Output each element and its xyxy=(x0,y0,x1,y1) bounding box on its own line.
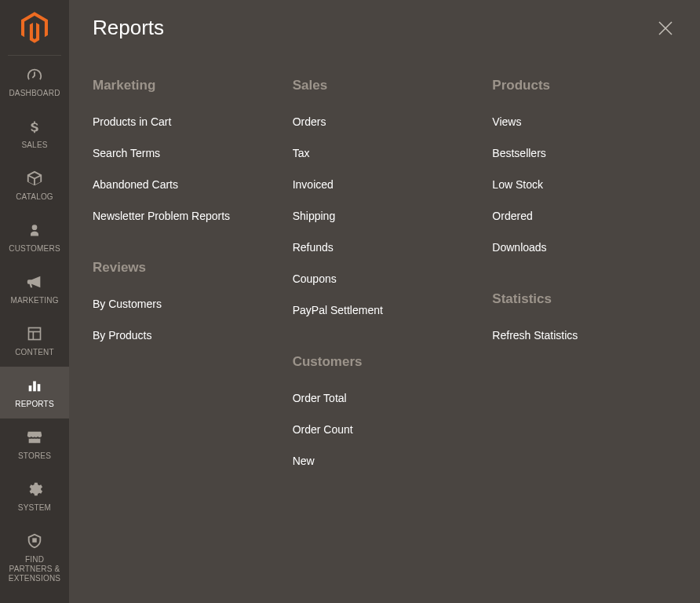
section-reviews: Reviews By Customers By Products xyxy=(93,260,277,342)
panel-column-3: Products Views Bestsellers Low Stock Ord… xyxy=(492,78,676,486)
megaphone-icon xyxy=(25,272,44,291)
reports-panel: Reports Marketing Products in Cart Searc… xyxy=(69,0,700,603)
gauge-icon xyxy=(25,65,44,84)
person-icon xyxy=(25,221,44,239)
section-customers: Customers Order Total Order Count New xyxy=(293,354,477,467)
sidebar-item-dashboard[interactable]: DASHBOARD xyxy=(0,56,69,108)
link-downloads[interactable]: Downloads xyxy=(492,241,676,254)
panel-columns: Marketing Products in Cart Search Terms … xyxy=(69,54,700,486)
link-bestsellers[interactable]: Bestsellers xyxy=(492,147,676,159)
sidebar-label: SYSTEM xyxy=(15,503,54,513)
section-heading: Marketing xyxy=(93,78,277,93)
svg-rect-4 xyxy=(33,382,36,392)
link-refunds[interactable]: Refunds xyxy=(293,241,477,254)
sidebar-item-stores[interactable]: STORES xyxy=(0,418,69,470)
sidebar-item-system[interactable]: SYSTEM xyxy=(0,470,69,522)
section-statistics: Statistics Refresh Statistics xyxy=(492,291,676,342)
section-heading: Customers xyxy=(293,354,477,370)
link-tax[interactable]: Tax xyxy=(293,147,477,159)
close-icon xyxy=(658,21,673,35)
sidebar-label: CATALOG xyxy=(13,192,57,202)
link-views[interactable]: Views xyxy=(492,115,676,128)
sidebar-label: DASHBOARD xyxy=(5,89,63,98)
link-newsletter-problem-reports[interactable]: Newsletter Problem Reports xyxy=(93,210,277,222)
sidebar-item-marketing[interactable]: MARKETING xyxy=(0,263,69,315)
link-search-terms[interactable]: Search Terms xyxy=(93,147,277,159)
bar-chart-icon xyxy=(25,376,44,395)
link-paypal-settlement[interactable]: PayPal Settlement xyxy=(293,304,477,316)
link-refresh-statistics[interactable]: Refresh Statistics xyxy=(492,329,676,342)
link-orders[interactable]: Orders xyxy=(293,115,477,128)
sidebar-item-partners[interactable]: FIND PARTNERS & EXTENSIONS xyxy=(0,522,69,593)
sidebar-label: REPORTS xyxy=(12,400,57,409)
panel-header: Reports xyxy=(69,0,700,54)
sidebar-label: CUSTOMERS xyxy=(5,244,64,254)
link-by-products[interactable]: By Products xyxy=(93,329,277,342)
section-heading: Products xyxy=(492,78,676,93)
link-ordered[interactable]: Ordered xyxy=(492,210,676,222)
sidebar-label: SALES xyxy=(18,141,50,150)
sidebar-item-content[interactable]: CONTENT xyxy=(0,315,69,367)
section-heading: Sales xyxy=(293,78,477,93)
magento-logo[interactable] xyxy=(0,0,69,55)
svg-rect-6 xyxy=(32,538,37,543)
close-button[interactable] xyxy=(654,17,676,39)
link-order-count[interactable]: Order Count xyxy=(293,423,477,436)
link-by-customers[interactable]: By Customers xyxy=(93,298,277,310)
panel-title: Reports xyxy=(93,16,164,40)
sidebar-item-customers[interactable]: CUSTOMERS xyxy=(0,211,69,263)
section-heading: Statistics xyxy=(492,291,676,307)
sidebar-label: MARKETING xyxy=(7,296,61,305)
section-products: Products Views Bestsellers Low Stock Ord… xyxy=(492,78,676,254)
box-icon xyxy=(25,169,44,188)
sidebar-item-reports[interactable]: REPORTS xyxy=(0,367,69,418)
svg-rect-5 xyxy=(38,384,41,391)
sidebar-label: STORES xyxy=(15,451,54,461)
magento-logo-icon xyxy=(21,12,48,43)
link-new[interactable]: New xyxy=(293,455,477,467)
link-order-total[interactable]: Order Total xyxy=(293,392,477,404)
sidebar-item-catalog[interactable]: CATALOG xyxy=(0,159,69,211)
dollar-icon xyxy=(25,117,44,136)
layout-icon xyxy=(25,324,44,343)
section-sales: Sales Orders Tax Invoiced Shipping Refun… xyxy=(293,78,477,316)
link-shipping[interactable]: Shipping xyxy=(293,210,477,222)
sidebar: DASHBOARD SALES CATALOG CUSTOMERS MARKET… xyxy=(0,0,69,603)
section-heading: Reviews xyxy=(93,260,277,276)
svg-rect-0 xyxy=(29,328,41,340)
storefront-icon xyxy=(25,428,44,447)
link-products-in-cart[interactable]: Products in Cart xyxy=(93,115,277,128)
sidebar-label: CONTENT xyxy=(12,348,57,357)
link-invoiced[interactable]: Invoiced xyxy=(293,178,477,191)
link-abandoned-carts[interactable]: Abandoned Carts xyxy=(93,178,277,191)
section-marketing: Marketing Products in Cart Search Terms … xyxy=(93,78,277,222)
puzzle-icon xyxy=(25,532,44,550)
gear-icon xyxy=(25,480,44,499)
link-coupons[interactable]: Coupons xyxy=(293,272,477,285)
sidebar-label: FIND PARTNERS & EXTENSIONS xyxy=(0,555,69,583)
panel-column-1: Marketing Products in Cart Search Terms … xyxy=(93,78,277,486)
link-low-stock[interactable]: Low Stock xyxy=(492,178,676,191)
svg-rect-3 xyxy=(29,386,32,391)
sidebar-item-sales[interactable]: SALES xyxy=(0,108,69,159)
panel-column-2: Sales Orders Tax Invoiced Shipping Refun… xyxy=(293,78,477,486)
